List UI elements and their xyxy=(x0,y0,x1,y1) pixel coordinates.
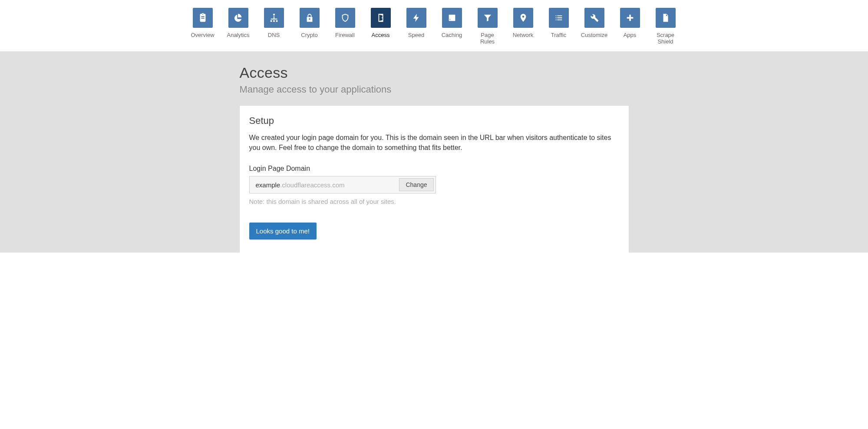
nav-label: Apps xyxy=(624,32,637,39)
door-icon xyxy=(371,8,391,28)
pin-icon xyxy=(513,8,533,28)
nav-item-overview[interactable]: Overview xyxy=(189,8,217,45)
nav-item-crypto[interactable]: Crypto xyxy=(296,8,323,45)
card-title: Setup xyxy=(249,115,619,126)
change-domain-button[interactable]: Change xyxy=(399,178,433,191)
page-title: Access xyxy=(240,64,629,81)
nav-label: Access xyxy=(372,32,390,39)
nav-label: Scrape Shield xyxy=(652,32,680,45)
nav-item-access[interactable]: Access xyxy=(367,8,395,45)
lock-icon xyxy=(300,8,320,28)
nav-label: DNS xyxy=(268,32,280,39)
nav-item-speed[interactable]: Speed xyxy=(403,8,430,45)
plus-icon xyxy=(620,8,640,28)
list-icon xyxy=(549,8,569,28)
sitemap-icon xyxy=(264,8,284,28)
login-domain-field: example.cloudflareaccess.com Change xyxy=(249,176,436,193)
nav-item-customize[interactable]: Customize xyxy=(581,8,608,45)
nav-label: Speed xyxy=(408,32,425,39)
setup-card: Setup We created your login page domain … xyxy=(240,106,629,253)
nav-item-dns[interactable]: DNS xyxy=(260,8,288,45)
page-subtitle: Manage access to your applications xyxy=(240,84,629,95)
top-nav: Overview Analytics DNS Crypto Firewall A… xyxy=(0,0,868,51)
drive-icon xyxy=(442,8,462,28)
nav-item-analytics[interactable]: Analytics xyxy=(224,8,252,45)
nav-label: Overview xyxy=(191,32,214,39)
shield-outline-icon xyxy=(335,8,355,28)
nav-label: Analytics xyxy=(227,32,249,39)
nav-item-network[interactable]: Network xyxy=(509,8,537,45)
nav-label: Network xyxy=(513,32,534,39)
bolt-icon xyxy=(406,8,426,28)
nav-label: Page Rules xyxy=(474,32,502,45)
nav-item-scrape-shield[interactable]: Scrape Shield xyxy=(652,8,680,45)
card-description: We created your login page domain for yo… xyxy=(249,133,619,153)
login-domain-label: Login Page Domain xyxy=(249,165,619,173)
clipboard-icon xyxy=(193,8,213,28)
nav-item-firewall[interactable]: Firewall xyxy=(331,8,359,45)
nav-item-traffic[interactable]: Traffic xyxy=(545,8,573,45)
nav-item-apps[interactable]: Apps xyxy=(616,8,644,45)
document-icon xyxy=(656,8,676,28)
login-domain-suffix: .cloudflareaccess.com xyxy=(280,181,399,189)
funnel-icon xyxy=(478,8,498,28)
nav-item-caching[interactable]: Caching xyxy=(438,8,466,45)
nav-item-page-rules[interactable]: Page Rules xyxy=(474,8,502,45)
nav-label: Customize xyxy=(581,32,607,39)
pie-chart-icon xyxy=(228,8,248,28)
nav-label: Crypto xyxy=(301,32,317,39)
login-domain-value: example xyxy=(256,181,281,189)
nav-label: Firewall xyxy=(335,32,355,39)
login-domain-note: Note: this domain is shared across all o… xyxy=(249,198,619,205)
confirm-button[interactable]: Looks good to me! xyxy=(249,223,317,239)
content-band: Access Manage access to your application… xyxy=(0,51,868,253)
nav-label: Caching xyxy=(442,32,462,39)
wrench-icon xyxy=(584,8,604,28)
nav-label: Traffic xyxy=(551,32,566,39)
